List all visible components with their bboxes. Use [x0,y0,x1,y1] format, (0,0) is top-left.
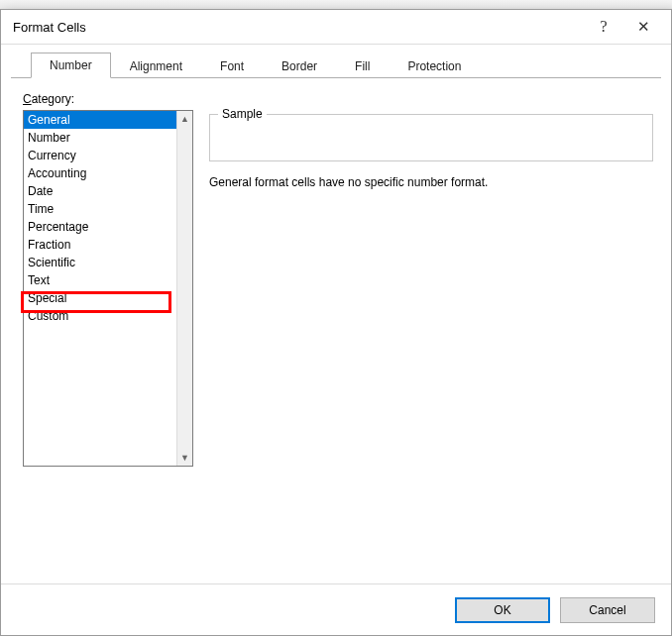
scroll-down-icon[interactable]: ▼ [177,450,192,466]
category-label: Category: [23,92,653,106]
format-cells-dialog: Format Cells ? ✕ Number Alignment Font B… [0,9,672,636]
list-item[interactable]: Special [24,289,176,307]
tab-border[interactable]: Border [263,53,336,78]
list-item[interactable]: Fraction [24,236,176,254]
sample-box: Sample [209,114,653,161]
list-item[interactable]: Accounting [24,164,176,182]
tab-alignment[interactable]: Alignment [111,53,201,78]
format-description: General format cells have no specific nu… [209,175,653,189]
ok-button[interactable]: OK [455,597,550,623]
dialog-footer: OK Cancel [1,583,671,635]
scroll-up-icon[interactable]: ▲ [177,111,192,127]
list-item[interactable]: Scientific [24,254,176,271]
list-item[interactable]: Date [24,182,176,200]
tab-strip: Number Alignment Font Border Fill Protec… [1,53,671,78]
listbox-scrollbar[interactable]: ▲ ▼ [176,111,192,466]
list-item[interactable]: Currency [24,147,176,164]
right-panel: Sample General format cells have no spec… [209,114,653,189]
tab-number[interactable]: Number [31,53,111,78]
tab-protection[interactable]: Protection [389,53,480,78]
category-listbox[interactable]: General Number Currency Accounting Date … [23,110,193,467]
list-item[interactable]: Number [24,129,176,147]
list-item[interactable]: General [24,111,176,129]
list-item[interactable]: Custom [24,307,176,325]
tab-font[interactable]: Font [201,53,263,78]
help-button[interactable]: ? [584,11,623,43]
list-item[interactable]: Time [24,200,176,218]
dialog-title: Format Cells [13,20,86,35]
list-item[interactable]: Percentage [24,218,176,236]
titlebar: Format Cells ? ✕ [1,10,671,45]
cancel-button[interactable]: Cancel [560,597,655,623]
list-item[interactable]: Text [24,271,176,289]
close-button[interactable]: ✕ [623,11,663,43]
sample-legend: Sample [218,107,267,121]
dialog-body: Category: General Number Currency Accoun… [1,78,671,583]
tab-fill[interactable]: Fill [336,53,389,78]
